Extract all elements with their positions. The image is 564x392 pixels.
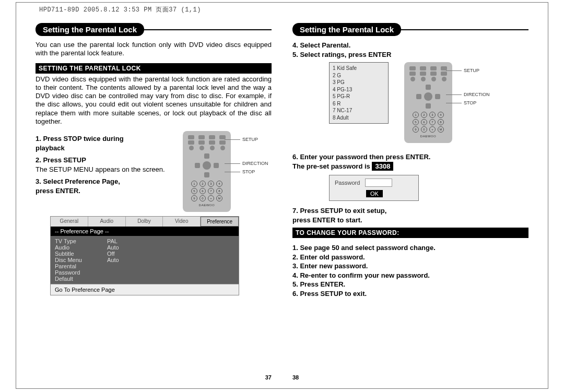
tab-dolby: Dolby	[126, 217, 163, 227]
rating-2: 2 G	[333, 72, 385, 79]
rating-7: 7 NC-17	[333, 107, 385, 114]
step7-line1: 7. Press SETUP to exit setup,	[292, 207, 386, 215]
label-setup-r: SETUP	[464, 68, 479, 73]
step6: 6. Enter your password then press ENTER.	[292, 153, 430, 161]
label-stop: STOP	[242, 169, 255, 174]
label-setup: SETUP	[242, 137, 258, 142]
cp4: 4. Re-enter to confirm your new password…	[292, 271, 528, 280]
cp6: 6. Press SETUP to exit.	[292, 289, 528, 299]
subheading-setting: SETTING THE PARENTAL LOCK	[36, 63, 272, 74]
setup-menu-illustration: General Audio Dolby Video Preference -- …	[50, 216, 239, 295]
rating-4: 4 PG-13	[333, 86, 385, 93]
remote-illustration-right: 1234 5678 90+M DAEWOO	[404, 62, 452, 143]
preset-password: 3308	[372, 162, 393, 171]
cp2: 2. Enter old password.	[292, 253, 528, 262]
section-heading-left: Setting the Parental Lock	[36, 23, 272, 35]
lead-setup	[225, 139, 240, 140]
row-discmenu: Disc Menu	[55, 257, 107, 263]
heading-pill: Setting the Parental Lock	[292, 23, 401, 36]
step3-line2: press ENTER.	[36, 187, 80, 195]
password-input-illustration	[365, 179, 392, 187]
row-audio-val: Auto	[107, 244, 119, 251]
menu-rows: TV TypePAL AudioAuto SubtitleOff Disc Me…	[51, 236, 239, 284]
row-tvtype-val: PAL	[107, 238, 118, 244]
row-parental: Parental	[55, 263, 107, 269]
rating-1: 1 Kid Safe	[333, 65, 385, 72]
password-ok: OK	[366, 190, 383, 197]
step2: 2. Press SETUP	[36, 156, 86, 164]
step2-sub: The SETUP MENU appears on the screen.	[36, 165, 165, 173]
step1-line1: 1. Press STOP twice during	[36, 135, 124, 142]
right-column: Setting the Parental Lock 4. Select Pare…	[292, 23, 528, 382]
row-subtitle: Subtitle	[55, 251, 107, 257]
step7-line2: press ENTER to start.	[292, 216, 362, 224]
tab-video: Video	[163, 217, 201, 227]
tab-preference: Preference	[201, 217, 239, 227]
label-direction-r: DIRECTION	[464, 92, 490, 97]
two-column-layout: Setting the Parental Lock You can use th…	[36, 23, 528, 382]
steps-and-remote: 1. Press STOP twice during playback 2. P…	[36, 131, 272, 212]
rating-6: 6 R	[333, 100, 385, 108]
lead-setup-r	[446, 70, 462, 71]
rating-5: 5 PG-R	[333, 93, 385, 100]
cp5: 5. Press ENTER.	[292, 280, 528, 289]
step6b-pre: The pre-set password is	[292, 162, 372, 170]
step4: 4. Select Parental.	[292, 41, 350, 49]
row-tvtype: TV Type	[55, 238, 107, 244]
heading-pill: Setting the Parental Lock	[36, 23, 144, 36]
label-direction: DIRECTION	[242, 161, 268, 166]
ratings-list: 1 Kid Safe 2 G 3 PG 4 PG-13 5 PG-R 6 R 7…	[329, 62, 389, 124]
intro-text: You can use the parental lock function o…	[36, 41, 272, 58]
password-label: Password	[335, 180, 360, 186]
tab-audio: Audio	[88, 217, 126, 227]
rating-8: 8 Adult	[333, 114, 385, 122]
label-stop-r: STOP	[464, 100, 476, 105]
row-audio: Audio	[55, 244, 107, 251]
step1-line2: playback	[36, 144, 65, 152]
menu-title: -- Preference Page --	[51, 227, 239, 236]
row-discmenu-val: Auto	[107, 257, 119, 263]
step5: 5. Select ratings, press ENTER	[292, 51, 391, 58]
cp1: 1. See page 50 and select password chang…	[292, 243, 528, 253]
password-dialog: Password OK	[329, 175, 419, 201]
section-heading-right: Setting the Parental Lock	[292, 23, 528, 35]
subheading-change-password: TO CHANGE YOUR PASSWORD:	[292, 228, 528, 238]
remote-illustration-left: 1234 5678 90+M DAEWOO	[183, 131, 231, 212]
menu-tabs: General Audio Dolby Video Preference	[51, 217, 239, 227]
print-header: HPD711-89D 2005.8.12 3:53 PM 页面37 (1,1)	[39, 5, 201, 14]
step3-line1: 3. Select Preference Page,	[36, 177, 120, 185]
row-default: Default	[55, 276, 107, 282]
cp3: 3. Enter new password.	[292, 262, 528, 271]
rating-3: 3 PG	[333, 79, 385, 86]
page-number-left: 37	[265, 374, 272, 381]
tab-general: General	[51, 217, 88, 227]
lead-direction	[225, 163, 240, 164]
menu-footer: Go To Preference Page	[51, 284, 239, 295]
lead-stop	[225, 172, 240, 172]
lead-direction-r	[446, 94, 462, 95]
lead-stop-r	[446, 103, 462, 103]
explanation-text: DVD video discs equipped with the parent…	[36, 75, 272, 126]
left-column: Setting the Parental Lock You can use th…	[36, 23, 272, 382]
row-subtitle-val: Off	[107, 251, 114, 257]
row-password: Password	[55, 269, 107, 276]
page-number-right: 38	[292, 374, 299, 381]
